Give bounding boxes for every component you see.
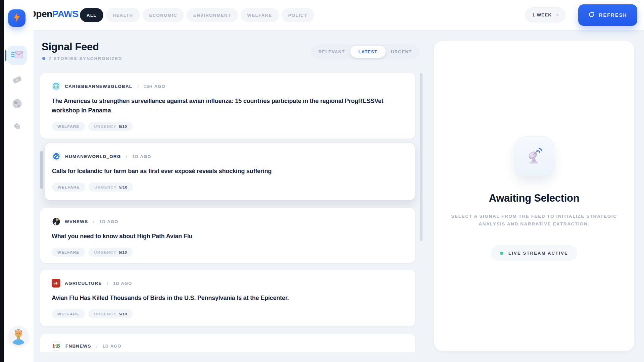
- urgency-badge: URGENCY 5/10: [89, 183, 133, 192]
- header-filter-pills: ALLHEALTHECONOMICENVIRONMENTWELFAREPOLIC…: [80, 8, 314, 22]
- globe-icon: [12, 99, 22, 110]
- time-range-selector[interactable]: 1 WEEK ▾: [525, 7, 565, 22]
- source-favicon-icon: [52, 82, 60, 91]
- story-timestamp: 1D AGO: [132, 154, 151, 159]
- sidebar-item-events[interactable]: [12, 75, 22, 86]
- signal-feed-list: CARIBBEANNEWSGLOBAL / 18H AGO The Americ…: [34, 30, 434, 352]
- ticket-icon: [12, 75, 22, 86]
- urgency-value: 5/10: [119, 250, 127, 254]
- user-avatar[interactable]: [9, 326, 28, 345]
- story-timestamp: 1D AGO: [99, 219, 118, 224]
- detail-subtitle: SELECT A SIGNAL FROM THE FEED TO INITIAL…: [449, 212, 619, 228]
- lightning-bolt-icon: [13, 12, 20, 24]
- story-meta-row: CARIBBEANNEWSGLOBAL / 18H AGO: [52, 73, 406, 91]
- urgency-label: URGENCY: [94, 312, 116, 316]
- filter-welfare[interactable]: WELFARE: [241, 8, 279, 22]
- story-meta-row: FB FNBNEWS / 1D AGO: [52, 334, 406, 351]
- story-tags: WELFARE URGENCY 5/10: [52, 248, 406, 257]
- story-headline: Calls for Icelandic fur farm ban as firs…: [52, 166, 404, 176]
- openpaws-app: OpenPAWS ALLHEALTHECONOMICENVIRONMENTWEL…: [0, 0, 644, 362]
- detail-icon-box: [514, 136, 554, 176]
- urgency-value: 5/10: [119, 124, 127, 128]
- time-range-value: 1 WEEK: [532, 12, 552, 17]
- tag-icon: [12, 122, 22, 134]
- story-timestamp: 18H AGO: [144, 84, 165, 89]
- urgency-badge: URGENCY 5/10: [88, 122, 133, 131]
- source-time-separator: /: [137, 84, 139, 89]
- story-headline: What you need to know about High Path Av…: [52, 231, 404, 241]
- urgency-label: URGENCY: [94, 185, 117, 189]
- story-tags: WELFARE URGENCY 5/10: [52, 183, 405, 192]
- story-timestamp: 1D AGO: [102, 344, 121, 349]
- person-avatar-icon: [9, 340, 28, 345]
- source-time-separator: /: [93, 219, 94, 224]
- story-tags: WELFARE URGENCY 5/10: [52, 122, 406, 131]
- category-badge: WELFARE: [52, 183, 85, 192]
- story-source: HUMANEWORLD_ORG: [65, 154, 121, 159]
- live-stream-label: LIVE STREAM ACTIVE: [508, 251, 568, 256]
- story-tags: WELFARE URGENCY 5/10: [52, 309, 406, 318]
- story-headline: The Americas to strengthen surveillance …: [52, 96, 404, 115]
- refresh-label: REFRESH: [599, 12, 627, 18]
- window-edge: [0, 0, 4, 362]
- source-favicon-icon: FB: [52, 341, 61, 351]
- live-stream-badge: LIVE STREAM ACTIVE: [491, 245, 577, 261]
- header-divider: [71, 8, 72, 22]
- source-favicon-icon: [52, 152, 61, 161]
- story-card[interactable]: SF AGRICULTURE / 1D AGO Avian Flu Has Ki…: [40, 270, 415, 326]
- active-item-indicator: [5, 50, 6, 61]
- source-time-separator: /: [126, 154, 128, 159]
- story-source: WVNEWS: [65, 219, 88, 224]
- filter-policy[interactable]: POLICY: [282, 8, 314, 22]
- feed-scrollbar[interactable]: [420, 73, 423, 241]
- story-timestamp: 1D AGO: [113, 281, 132, 286]
- selected-story-indicator: [40, 151, 43, 189]
- sidebar-item-signal-feed[interactable]: [7, 46, 27, 65]
- filter-economic[interactable]: ECONOMIC: [143, 8, 184, 22]
- filter-environment[interactable]: ENVIRONMENT: [187, 8, 238, 22]
- story-headline: Avian Flu Has Killed Thousands of Birds …: [52, 293, 404, 303]
- source-time-separator: /: [107, 281, 108, 286]
- story-meta-row: WVNEWS / 1D AGO: [52, 208, 406, 226]
- filter-health[interactable]: HEALTH: [106, 8, 140, 22]
- story-meta-row: HUMANEWORLD_ORG / 1D AGO: [52, 143, 405, 161]
- top-bar: OpenPAWS ALLHEALTHECONOMICENVIRONMENTWEL…: [34, 0, 644, 31]
- detail-panel: Awaiting Selection SELECT A SIGNAL FROM …: [434, 41, 634, 351]
- story-card[interactable]: CARIBBEANNEWSGLOBAL / 18H AGO The Americ…: [40, 73, 415, 139]
- urgency-value: 5/10: [119, 312, 127, 316]
- source-time-separator: /: [96, 344, 98, 349]
- category-badge: WELFARE: [52, 309, 85, 318]
- story-card[interactable]: HUMANEWORLD_ORG / 1D AGO Calls for Icela…: [45, 143, 415, 201]
- urgency-label: URGENCY: [94, 124, 116, 128]
- app-logo-button[interactable]: [8, 9, 26, 27]
- story-source: CARIBBEANNEWSGLOBAL: [65, 84, 132, 89]
- live-dot-icon: [500, 252, 503, 255]
- urgency-badge: URGENCY 5/10: [88, 248, 133, 257]
- sidebar-item-global[interactable]: [12, 99, 22, 110]
- brand-logo: OpenPAWS: [29, 9, 79, 19]
- refresh-icon: [588, 11, 595, 19]
- story-card[interactable]: FB FNBNEWS / 1D AGO: [40, 334, 415, 352]
- urgency-label: URGENCY: [94, 250, 116, 254]
- filter-all[interactable]: ALL: [80, 8, 103, 22]
- source-favicon-icon: [52, 217, 60, 226]
- story-card[interactable]: WVNEWS / 1D AGO What you need to know ab…: [40, 208, 415, 263]
- story-source: FNBNEWS: [65, 344, 91, 349]
- detail-title: Awaiting Selection: [434, 192, 634, 204]
- chevron-down-icon: ▾: [556, 13, 558, 17]
- brand-suffix: PAWS: [52, 9, 79, 19]
- category-badge: WELFARE: [52, 248, 85, 257]
- category-badge: WELFARE: [52, 122, 85, 131]
- incoming-envelope-icon: [11, 50, 23, 60]
- urgency-badge: URGENCY 5/10: [88, 309, 133, 318]
- sidebar-item-topics[interactable]: [12, 122, 22, 133]
- refresh-button[interactable]: REFRESH: [578, 4, 637, 26]
- sidebar: [4, 0, 34, 362]
- story-source: AGRICULTURE: [65, 281, 102, 286]
- story-meta-row: SF AGRICULTURE / 1D AGO: [52, 270, 406, 288]
- satellite-dish-icon: [525, 146, 544, 166]
- source-favicon-icon: SF: [52, 279, 60, 288]
- urgency-value: 5/10: [119, 185, 127, 189]
